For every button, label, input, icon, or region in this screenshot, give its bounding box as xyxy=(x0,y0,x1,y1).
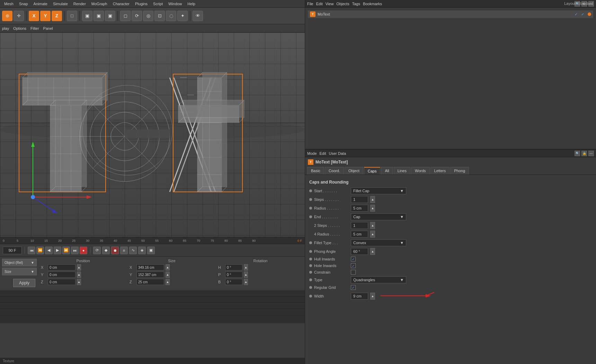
tool-new[interactable]: ⊕ xyxy=(2,11,12,21)
viewport[interactable] xyxy=(0,33,305,237)
width-input[interactable] xyxy=(351,293,368,300)
tab-phong[interactable]: Phong xyxy=(450,167,469,175)
tool-surface[interactable]: ◎ xyxy=(143,11,153,21)
tool-film3[interactable]: ▣ xyxy=(105,11,115,21)
btn-step-fwd[interactable]: ⏩ xyxy=(62,247,70,254)
phong-angle-input[interactable] xyxy=(351,248,368,255)
btn-timeline[interactable]: ≡ xyxy=(120,247,128,254)
obj-menu-bookmarks[interactable]: Bookmarks xyxy=(363,2,382,6)
hull-inwards-checkbox[interactable]: ✓ xyxy=(351,257,356,261)
pos-y-input[interactable]: 0 cm xyxy=(48,272,75,278)
obj-menu-objects[interactable]: Objects xyxy=(336,2,349,6)
size-z-up[interactable]: ▲ xyxy=(166,279,170,285)
tab-all[interactable]: All xyxy=(381,167,393,175)
rot-p-input[interactable]: 0 ° xyxy=(225,272,242,278)
rot-p-up[interactable]: ▲ xyxy=(244,272,248,278)
tool-subdiv[interactable]: ⊡ xyxy=(154,11,165,21)
radius-up[interactable]: ▲ xyxy=(370,205,375,212)
obj-menu-tags[interactable]: Tags xyxy=(352,2,360,6)
radius2-input[interactable] xyxy=(351,231,368,238)
motext-render-check[interactable]: ✓ xyxy=(581,12,584,17)
tool-curve[interactable]: ⟳ xyxy=(132,11,142,21)
menu-mesh[interactable]: Mesh xyxy=(1,1,16,7)
motext-visible-check[interactable]: ✓ xyxy=(575,12,578,17)
obj-menu-view[interactable]: View xyxy=(326,2,334,6)
menu-character[interactable]: Character xyxy=(110,1,132,7)
type-dropdown[interactable]: Quadrangles ▼ xyxy=(351,276,406,283)
menu-snap[interactable]: Snap xyxy=(16,1,31,7)
motext-object-entry[interactable]: T MoText ✓ ✓ xyxy=(308,10,593,18)
tab-words[interactable]: Words xyxy=(411,167,430,175)
btn-record[interactable]: ● xyxy=(80,247,87,254)
steps-input[interactable] xyxy=(351,196,368,203)
menu-script[interactable]: Script xyxy=(150,1,166,7)
pos-y-up[interactable]: ▲ xyxy=(77,272,81,278)
tool-camera[interactable]: 👁 xyxy=(193,11,203,21)
props-menu-edit[interactable]: Edit xyxy=(320,151,326,156)
btn-play-back[interactable]: ◀ xyxy=(45,247,53,254)
rot-b-input[interactable]: 0 ° xyxy=(225,279,242,285)
rot-b-up[interactable]: ▲ xyxy=(244,279,248,285)
btn-autokey[interactable]: ⏺ xyxy=(111,247,119,254)
radius-input[interactable] xyxy=(351,205,368,212)
frame-display[interactable]: 90 F xyxy=(3,247,22,254)
btn-step-back[interactable]: ⏪ xyxy=(36,247,44,254)
btn-play[interactable]: ▶ xyxy=(54,247,61,254)
tab-coord[interactable]: Coord. xyxy=(325,167,344,175)
start-dropdown[interactable]: Fillet Cap ▼ xyxy=(351,187,406,194)
size-y-input[interactable]: 152.387 cm xyxy=(136,272,164,278)
btn-dope[interactable]: ◈ xyxy=(138,247,146,254)
menu-mograph[interactable]: MoGraph xyxy=(89,1,110,7)
size-z-input[interactable]: 25 cm xyxy=(136,279,164,285)
steps2-input[interactable] xyxy=(351,222,368,229)
tab-letters[interactable]: Letters xyxy=(430,167,450,175)
props-menu-userdata[interactable]: User Data xyxy=(329,151,346,156)
obj-menu-edit[interactable]: Edit xyxy=(316,2,323,6)
props-menu-mode[interactable]: Mode xyxy=(307,151,317,156)
pos-x-input[interactable]: 0 cm xyxy=(48,264,75,270)
btn-curves[interactable]: ∿ xyxy=(129,247,137,254)
props-search-icon[interactable]: 🔍 xyxy=(575,151,580,156)
menu-help[interactable]: Help xyxy=(185,1,198,7)
tool-film2[interactable]: ▣ xyxy=(94,11,104,21)
tool-cube[interactable]: ◻ xyxy=(120,11,131,21)
btn-keyframe[interactable]: ◆ xyxy=(102,247,110,254)
pos-z-input[interactable]: 0 cm xyxy=(48,279,75,285)
obj-menu-file[interactable]: File xyxy=(307,2,313,6)
size-x-input[interactable]: 349.16 cm xyxy=(136,264,164,270)
props-lock-icon[interactable]: 🔒 xyxy=(581,151,587,156)
rot-h-up[interactable]: ▲ xyxy=(244,264,248,270)
coord-mode-btn[interactable]: Object (Rel) ▼ xyxy=(2,259,37,266)
apply-button[interactable]: Apply xyxy=(13,279,35,287)
sec-panel[interactable]: Panel xyxy=(43,26,53,30)
menu-animate[interactable]: Animate xyxy=(31,1,50,7)
size-x-up[interactable]: ▲ xyxy=(166,264,170,270)
fillet-type-dropdown[interactable]: Convex ▼ xyxy=(351,239,406,246)
radius2-up[interactable]: ▲ xyxy=(370,231,375,238)
btn-loop[interactable]: ⟳ xyxy=(93,247,101,254)
end-dropdown[interactable]: Cap ▼ xyxy=(351,213,406,220)
regular-grid-checkbox[interactable]: ✓ xyxy=(351,285,356,290)
props-minimize-icon[interactable]: — xyxy=(588,151,594,156)
rot-h-input[interactable]: 0 ° xyxy=(225,264,242,270)
phong-angle-up[interactable]: ▲ xyxy=(370,248,375,255)
steps2-up[interactable]: ▲ xyxy=(370,222,375,229)
tab-lines[interactable]: Lines xyxy=(394,167,410,175)
menu-render[interactable]: Render xyxy=(71,1,89,7)
sec-filter[interactable]: Filter xyxy=(30,26,39,30)
tab-caps[interactable]: Caps xyxy=(364,167,381,175)
width-up[interactable]: ▲ xyxy=(370,293,375,300)
constrain-checkbox[interactable] xyxy=(351,270,356,275)
tool-film1[interactable]: ▣ xyxy=(82,11,92,21)
pos-z-up[interactable]: ▲ xyxy=(77,279,81,285)
tool-plus[interactable]: ✛ xyxy=(14,11,24,21)
btn-go-start[interactable]: ⏮ xyxy=(28,247,35,254)
tool-box[interactable]: □ xyxy=(67,11,77,21)
tool-y[interactable]: Y xyxy=(40,11,51,21)
tab-basic[interactable]: Basic xyxy=(307,167,324,175)
steps-up[interactable]: ▲ xyxy=(370,196,375,203)
coord-size-btn[interactable]: Size ▼ xyxy=(2,268,37,275)
hole-inwards-checkbox[interactable]: ✓ xyxy=(351,263,356,268)
tool-z[interactable]: Z xyxy=(52,11,62,21)
menu-window[interactable]: Window xyxy=(166,1,185,7)
